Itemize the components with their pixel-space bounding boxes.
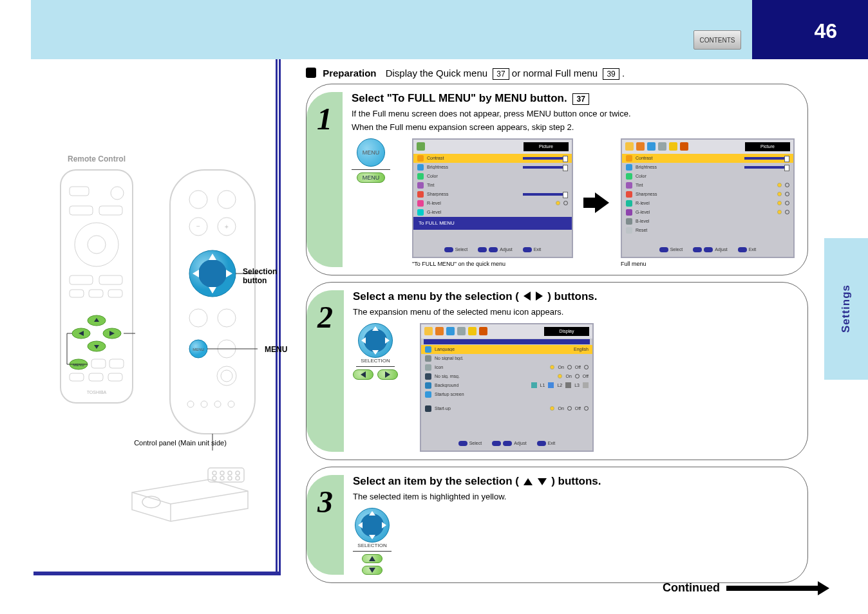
step-3-icons: SELECTION — [353, 508, 392, 575]
instructions-column: Preparation Display the Quick menu 37 or… — [306, 68, 808, 590]
svg-point-50 — [217, 366, 236, 386]
svg-point-34 — [218, 191, 236, 209]
step-3-number: 3 — [307, 475, 344, 575]
page-ref-39[interactable]: 39 — [603, 68, 619, 80]
svg-point-66 — [220, 476, 224, 480]
continued-arrow-icon — [726, 584, 829, 593]
svg-rect-3 — [70, 206, 93, 215]
step-1-number: 1 — [307, 92, 343, 267]
svg-point-61 — [212, 471, 216, 475]
step-2-heading: Select a menu by the selection ( ) butto… — [353, 290, 795, 303]
svg-text:TOSHIBA: TOSHIBA — [87, 390, 107, 395]
svg-point-33 — [189, 191, 207, 209]
svg-text:+: + — [225, 223, 229, 230]
prep-text-2: or normal Full menu — [512, 68, 598, 79]
control-panel-caption: Control panel (Main unit side) — [116, 439, 245, 447]
page-number-block — [752, 0, 868, 59]
step-2-number: 2 — [307, 290, 344, 452]
preparation-line: Preparation Display the Quick menu 37 or… — [306, 68, 808, 80]
svg-rect-22 — [91, 359, 106, 368]
side-tab-label: Settings — [840, 284, 853, 333]
svg-point-1 — [111, 187, 124, 200]
svg-point-46 — [218, 309, 236, 327]
osd-full-footer: Select Adjust Exit — [622, 245, 793, 255]
osd-quick-footer: Select Adjust Exit — [413, 245, 572, 255]
svg-rect-26 — [108, 373, 122, 381]
svg-point-64 — [236, 471, 240, 475]
page-number: 46 — [814, 19, 837, 43]
step-1-note-2: When the Full menu expansion screen appe… — [352, 122, 795, 133]
step-1-note: If the Full menu screen does not appear,… — [352, 109, 795, 120]
step-2-icons: SELECTION — [353, 323, 398, 380]
osd-quick-caption: "To FULL MENU" on the quick menu — [412, 261, 573, 267]
svg-rect-2 — [70, 187, 89, 196]
svg-rect-24 — [70, 373, 84, 381]
triangle-up-icon — [524, 478, 533, 485]
column-divider — [276, 59, 281, 574]
right-pill — [377, 369, 398, 380]
up-pill — [362, 554, 382, 563]
svg-rect-32 — [170, 170, 255, 434]
svg-point-45 — [189, 309, 207, 327]
preparation-label: Preparation — [323, 68, 376, 79]
page-ref-37[interactable]: 37 — [493, 68, 509, 80]
remote-control-caption: Remote Control — [68, 154, 126, 163]
svg-point-63 — [228, 471, 232, 475]
selection-label-small: SELECTION — [361, 358, 390, 364]
triangle-left-icon — [524, 292, 531, 301]
step-1-ref[interactable]: 37 — [572, 93, 589, 105]
bullet-icon — [306, 68, 316, 78]
svg-point-68 — [236, 476, 240, 480]
svg-point-55 — [228, 401, 234, 407]
arrow-right-icon — [583, 194, 610, 212]
step-2-note: The expansion menu of the selected menu … — [353, 307, 795, 318]
step-1-icons: MENU MENU — [352, 138, 390, 183]
to-full-menu-strip: To FULL MENU — [413, 217, 572, 230]
left-bottom-rule — [33, 572, 281, 575]
menu-icon: MENU — [357, 138, 385, 167]
projector-icon — [119, 447, 254, 525]
svg-rect-4 — [99, 206, 122, 215]
svg-rect-9 — [70, 290, 84, 297]
osd-full-menu: Picture Contrast Brightness Color Tint S… — [621, 138, 795, 258]
osd-quick-wrapper: Picture Contrast Brightness Color Tint S… — [412, 138, 573, 267]
header-bar — [31, 0, 868, 59]
svg-rect-23 — [109, 359, 124, 368]
dpad-icon — [358, 323, 393, 358]
svg-rect-10 — [89, 290, 103, 297]
osd-quick-title: Picture — [524, 142, 569, 151]
svg-text:MENU: MENU — [73, 363, 84, 367]
svg-point-5 — [75, 223, 118, 266]
down-pill — [362, 566, 382, 575]
svg-point-65 — [212, 476, 216, 480]
svg-point-53 — [201, 401, 207, 407]
triangle-right-icon — [536, 292, 543, 301]
control-panel-remote-icon: − + MENU — [167, 167, 258, 451]
step-3-note: The selected item is highlighted in yell… — [353, 492, 795, 503]
step-2-box: 2 Select a menu by the selection ( ) but… — [306, 282, 808, 460]
selection-label-small-2: SELECTION — [357, 543, 386, 548]
svg-point-6 — [88, 236, 106, 254]
osd-full-active-tab: Picture — [745, 142, 790, 151]
svg-text:−: − — [196, 223, 200, 230]
side-tab: Settings — [824, 238, 868, 380]
svg-point-51 — [221, 370, 232, 382]
svg-point-67 — [228, 476, 232, 480]
step-1-box: 1 Select "To FULL MENU" by MENU button. … — [306, 84, 808, 275]
svg-rect-7 — [70, 275, 93, 284]
left-pill — [353, 369, 373, 380]
svg-point-62 — [220, 471, 224, 475]
osd-exp-footer: Select Adjust Exit — [421, 438, 592, 449]
svg-text:MENU: MENU — [193, 348, 204, 351]
osd-exp-active-tab: Display — [544, 327, 589, 336]
continued-label: Continued — [663, 581, 829, 595]
contents-button[interactable]: CONTENTS — [693, 30, 741, 50]
osd-quick-menu: Picture Contrast Brightness Color Tint S… — [412, 138, 573, 258]
osd-full-wrapper: Picture Contrast Brightness Color Tint S… — [621, 138, 795, 267]
step-3-box: 3 Select an item by the selection ( ) bu… — [306, 467, 808, 583]
svg-rect-8 — [99, 275, 122, 284]
osd-full-caption: Full menu — [621, 261, 795, 267]
svg-point-40 — [198, 259, 227, 288]
svg-rect-11 — [108, 290, 122, 297]
dpad-icon-2 — [355, 508, 390, 543]
